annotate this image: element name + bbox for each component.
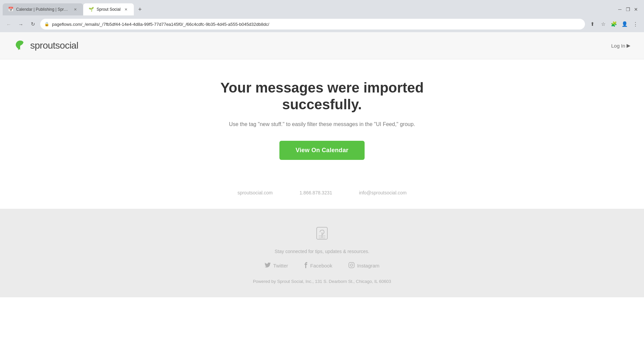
lock-icon: 🔒 [44, 22, 49, 26]
facebook-link[interactable]: Facebook [304, 262, 332, 269]
extensions-button[interactable]: 🧩 [609, 19, 619, 29]
minimize-button[interactable]: ─ [617, 7, 623, 12]
close-button[interactable]: ✕ [633, 7, 639, 12]
window-controls: ─ ❐ ✕ [617, 7, 641, 12]
success-title-line2: succesfully. [282, 97, 362, 112]
browser-chrome: 📅 Calendar | Publishing | Sprout S... ✕ … [0, 0, 644, 32]
new-tab-button[interactable]: + [135, 5, 145, 14]
tab-bar: 📅 Calendar | Publishing | Sprout S... ✕ … [0, 0, 644, 16]
svg-point-4 [350, 264, 353, 266]
footer-logo [7, 226, 637, 243]
contact-email: info@sproutsocial.com [359, 190, 407, 195]
tab-calendar-close[interactable]: ✕ [72, 7, 78, 12]
share-button[interactable]: ⬆ [588, 19, 597, 29]
view-on-calendar-button[interactable]: View On Calendar [279, 141, 365, 160]
footer-powered-by: Powered by Sprout Social, Inc., 131 S. D… [7, 279, 637, 284]
menu-button[interactable]: ⋮ [631, 19, 640, 29]
svg-rect-3 [349, 262, 354, 268]
instagram-link[interactable]: Instagram [348, 262, 380, 269]
bookmark-button[interactable]: ☆ [598, 19, 608, 29]
footer-logo-icon [314, 226, 330, 243]
tab-sprout[interactable]: 🌱 Sprout Social ✕ [83, 3, 134, 15]
forward-button[interactable]: → [16, 19, 25, 29]
success-subtitle: Use the tag "new stuff." to easily filte… [7, 121, 637, 127]
logo-area: sproutsocial [13, 39, 78, 52]
url-text: pageflows.com/_/emails/_/7fb5df44-14e4-4… [52, 22, 581, 27]
footer-tagline: Stay connected for tips, updates & resou… [7, 249, 637, 254]
twitter-link[interactable]: Twitter [265, 262, 288, 269]
back-button[interactable]: ← [4, 19, 13, 29]
address-bar-actions: ⬆ ☆ 🧩 👤 ⋮ [588, 19, 640, 29]
success-title: Your messages were imported succesfully. [7, 79, 637, 113]
profile-button[interactable]: 👤 [620, 19, 629, 29]
instagram-label: Instagram [357, 263, 380, 268]
tab-calendar-title: Calendar | Publishing | Sprout S... [16, 7, 70, 12]
twitter-label: Twitter [273, 263, 288, 268]
address-bar-row: ← → ↻ 🔒 pageflows.com/_/emails/_/7fb5df4… [0, 16, 644, 32]
sprout-logo-icon [13, 39, 27, 52]
page-wrapper: sproutsocial Log In ▶ Your messages were… [0, 32, 644, 362]
facebook-icon [304, 262, 308, 269]
tab-sprout-close[interactable]: ✕ [123, 7, 128, 12]
reload-button[interactable]: ↻ [28, 19, 38, 29]
tab-calendar[interactable]: 📅 Calendar | Publishing | Sprout S... ✕ [3, 3, 83, 15]
twitter-icon [265, 262, 271, 269]
restore-button[interactable]: ❐ [625, 7, 631, 12]
main-content: Your messages were imported succesfully.… [0, 59, 644, 180]
tab-sprout-favicon: 🌱 [89, 7, 94, 12]
contact-website: sproutsocial.com [237, 190, 273, 195]
success-title-line1: Your messages were imported [220, 80, 424, 96]
logo-text: sproutsocial [30, 40, 78, 51]
contact-phone: 1.866.878.3231 [300, 190, 332, 195]
tab-sprout-title: Sprout Social [97, 7, 120, 12]
login-arrow-icon: ▶ [627, 43, 631, 49]
site-footer: Stay connected for tips, updates & resou… [0, 209, 644, 297]
address-bar[interactable]: 🔒 pageflows.com/_/emails/_/7fb5df44-14e4… [40, 19, 585, 29]
svg-point-5 [353, 263, 353, 264]
login-link[interactable]: Log In ▶ [611, 43, 631, 49]
tab-calendar-favicon: 📅 [8, 7, 13, 12]
contact-bar: sproutsocial.com 1.866.878.3231 info@spr… [0, 180, 644, 209]
instagram-icon [348, 262, 355, 269]
site-header: sproutsocial Log In ▶ [0, 32, 644, 59]
login-label: Log In [611, 43, 625, 49]
social-links: Twitter Facebook [7, 262, 637, 269]
facebook-label: Facebook [310, 263, 332, 268]
